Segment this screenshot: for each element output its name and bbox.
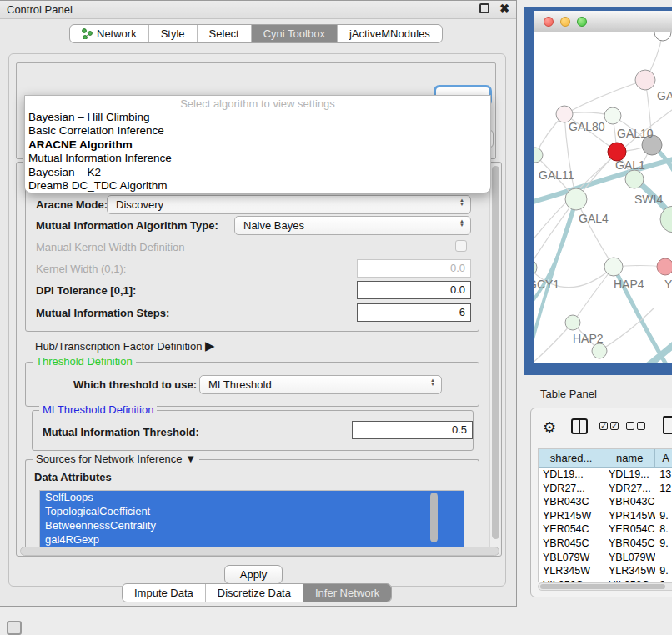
columns-icon[interactable]: [571, 418, 588, 434]
table-cell: [655, 551, 672, 565]
table-column-header[interactable]: name: [604, 449, 655, 467]
tab-jactivemnodules[interactable]: jActiveMNodules: [338, 25, 442, 42]
table-cell: YBL079W: [539, 551, 604, 565]
dropdown-item[interactable]: Basic Correlation Inference: [25, 124, 490, 138]
table-row[interactable]: YPR145WYPR145W9.: [539, 509, 672, 523]
table-cell: 8.: [655, 522, 672, 537]
tab-impute-data[interactable]: Impute Data: [123, 584, 206, 602]
settings-vertical-scrollbar[interactable]: [489, 164, 500, 554]
aracne-mode-combo[interactable]: Discovery ▲▼: [107, 195, 471, 214]
table-column-header[interactable]: A: [655, 449, 672, 467]
network-node[interactable]: [565, 188, 587, 210]
dropdown-item[interactable]: Mutual Information Inference: [25, 152, 490, 165]
tab-style[interactable]: Style: [149, 25, 198, 42]
table-cell: YDL19...: [604, 468, 655, 482]
network-node[interactable]: [625, 170, 644, 188]
network-node[interactable]: [604, 258, 623, 276]
top-tab-bar: NetworkStyleSelectCyni ToolboxjActiveMNo…: [69, 24, 443, 43]
table-cell: YBR043C: [604, 495, 655, 509]
table-cell: 9.: [655, 509, 672, 523]
dropdown-item[interactable]: Bayesian – K2: [25, 166, 490, 179]
table-cell: YDR27...: [539, 482, 604, 496]
attributes-list-scrollbar[interactable]: [430, 492, 438, 542]
kernel-width-label: Kernel Width (0,1):: [36, 262, 126, 275]
table-cell: YDR27...: [604, 482, 655, 496]
close-icon[interactable]: ✖: [499, 2, 509, 15]
table-panel-title: Table Panel: [540, 388, 597, 400]
network-node[interactable]: [660, 206, 672, 232]
table-row[interactable]: YBL079WYBL079W: [539, 551, 672, 565]
mi-threshold-title: MI Threshold Definition: [39, 403, 157, 416]
kernel-width-field[interactable]: 0.0: [357, 259, 471, 278]
data-attributes-list: SelfLoopsTopologicalCoefficientBetweenne…: [39, 490, 464, 548]
data-attribute-item[interactable]: gal4RGexp: [40, 533, 464, 548]
table-row[interactable]: YIL052CYIL052C9.: [539, 578, 672, 582]
gear-icon[interactable]: ⚙: [543, 418, 556, 437]
network-node[interactable]: [635, 70, 655, 90]
data-attribute-item[interactable]: BetweennessCentrality: [40, 519, 464, 533]
data-attribute-item[interactable]: SelfLoops: [40, 491, 464, 505]
table-cell: 9.: [655, 537, 672, 551]
tab-select[interactable]: Select: [198, 25, 252, 42]
table-cell: [655, 495, 672, 509]
mi-threshold-field[interactable]: 0.5: [352, 421, 473, 439]
dpi-tolerance-field[interactable]: 0.0: [357, 281, 471, 299]
table-cell: YBR045C: [539, 537, 604, 551]
network-node[interactable]: [534, 148, 543, 162]
settings-horizontal-scrollbar[interactable]: [20, 547, 499, 556]
mac-minimize-button[interactable]: [560, 17, 570, 27]
combo-arrows-icon: ▲▼: [459, 198, 464, 207]
hub-definition-toggle[interactable]: Hub/Transcription Factor Definition ▶: [35, 338, 215, 353]
tab-cyni-toolbox[interactable]: Cyni Toolbox: [252, 25, 338, 42]
tab-discretize-data[interactable]: Discretize Data: [206, 584, 303, 602]
network-node[interactable]: [654, 32, 671, 41]
network-node[interactable]: [592, 343, 607, 358]
network-node[interactable]: [565, 315, 580, 330]
float-window-icon[interactable]: [479, 3, 489, 13]
which-threshold-combo[interactable]: MI Threshold ▲▼: [199, 375, 442, 394]
dropdown-item[interactable]: ARACNE Algorithm: [25, 138, 490, 152]
table-row[interactable]: YDR27...YDR27...12: [539, 482, 672, 496]
threshold-definition-title: Threshold Definition: [33, 355, 136, 368]
table-row[interactable]: YBR043CYBR043C: [539, 495, 672, 509]
node-label: GAL4: [579, 212, 609, 225]
table-row[interactable]: YDL19...YDL19...13: [539, 468, 672, 482]
table-cell: 9.: [655, 564, 672, 578]
table-cell: YBL079W: [604, 551, 655, 565]
table-row[interactable]: YBR045CYBR045C9.: [539, 537, 672, 551]
settings-vertical-scroll-thumb[interactable]: [492, 166, 499, 539]
float-panel-icon[interactable]: [7, 621, 22, 635]
select-all-checks-icon[interactable]: ✓✓: [599, 422, 619, 430]
dropdown-item[interactable]: Dream8 DC_TDC Algorithm: [25, 179, 490, 192]
new-table-icon[interactable]: [663, 416, 672, 434]
manual-kernel-checkbox[interactable]: [455, 240, 467, 252]
collapse-down-icon[interactable]: ▼: [185, 452, 196, 465]
threshold-definition-group: Threshold Definition Which threshold to …: [25, 362, 479, 407]
mac-close-button[interactable]: [544, 17, 554, 27]
tab-label: Discretize Data: [218, 587, 291, 599]
table-horizontal-scrollbar[interactable]: [538, 582, 672, 591]
data-attribute-item[interactable]: TopologicalCoefficient: [40, 505, 464, 519]
network-canvas[interactable]: GALGAL80GAL10GAL1GAL11SWI4GAL4GCY1HAP4YH…: [534, 32, 672, 363]
table-row[interactable]: YLR345WYLR345W9.: [539, 564, 672, 578]
expand-right-icon: ▶: [205, 338, 215, 352]
dropdown-item[interactable]: Bayesian – Hill Climbing: [25, 111, 490, 124]
apply-button[interactable]: Apply: [224, 565, 283, 584]
network-node[interactable]: [657, 258, 672, 275]
dropdown-prompt: Select algorithm to view settings: [25, 98, 490, 111]
mac-zoom-button[interactable]: [577, 17, 587, 27]
network-window-titlebar[interactable]: [534, 11, 672, 32]
table-cell: YIL052C: [539, 578, 604, 582]
table-column-header[interactable]: shared...: [539, 449, 604, 467]
table-row[interactable]: YER054CYER054C8.: [539, 522, 672, 537]
mi-steps-field[interactable]: 6: [357, 303, 471, 322]
network-icon: [82, 28, 93, 39]
tab-network[interactable]: Network: [70, 25, 149, 42]
deselect-all-checks-icon[interactable]: [626, 422, 645, 430]
panel-title: Control Panel: [7, 3, 73, 16]
node-label: Y: [664, 278, 672, 291]
network-node[interactable]: [604, 108, 621, 124]
sources-title: Sources for Network Inference: [36, 452, 183, 465]
tab-infer-network[interactable]: Infer Network: [303, 584, 391, 602]
mi-type-combo[interactable]: Naive Bayes ▲▼: [234, 216, 471, 235]
